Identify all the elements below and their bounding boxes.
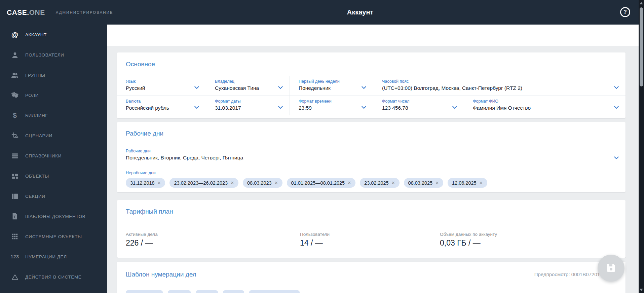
- save-button[interactable]: [598, 255, 624, 282]
- close-icon[interactable]: ✕: [435, 180, 439, 185]
- brand: CASE.ONE АДМИНИСТРИРОВАНИЕ: [7, 0, 113, 25]
- number-format-select[interactable]: Формат чисел 123 456,78: [373, 96, 464, 115]
- chevron-down-icon: [362, 104, 366, 110]
- scroll-up-arrow-icon[interactable]: [640, 2, 643, 4]
- time-format-select[interactable]: Формат времени 23:59: [290, 96, 373, 115]
- chevron-down-icon: [452, 104, 457, 110]
- dollar-icon: $: [10, 111, 20, 120]
- field-label: Формат времени: [299, 99, 358, 104]
- stat-users: Пользователи 14 / —: [300, 232, 330, 248]
- nonworkday-chip: 23.02.2023—26.02.2023✕: [169, 178, 238, 188]
- section-label: АДМИНИСТРИРОВАНИЕ: [56, 10, 113, 14]
- chevron-down-icon: [194, 84, 199, 90]
- app-root: CASE.ONE АДМИНИСТРИРОВАНИЕ Аккаунт ? @ А…: [0, 0, 644, 293]
- scroll-down-arrow-icon[interactable]: [640, 289, 643, 291]
- numbering-segment-chip[interactable]: [126, 290, 163, 293]
- numbering-segment-chip[interactable]: [223, 290, 244, 293]
- chevron-down-icon: [614, 84, 619, 90]
- close-icon[interactable]: ✕: [274, 180, 278, 185]
- sidebar-item-directories[interactable]: СПРАВОЧНИКИ: [0, 146, 107, 166]
- close-icon[interactable]: ✕: [479, 180, 483, 185]
- list-icon: [10, 151, 20, 160]
- timezone-select[interactable]: Часовой пояс (UTC+03:00) Волгоград, Моск…: [373, 76, 626, 96]
- field-label: Первый день недели: [299, 79, 358, 84]
- numbering-segment-chip[interactable]: [249, 290, 300, 293]
- sidebar-item-system-objects[interactable]: СИСТЕМНЫЕ ОБЪЕКТЫ: [0, 226, 107, 247]
- tariff-stats: Активные дела 226 / — Пользователи 14 / …: [117, 223, 626, 258]
- name-format-select[interactable]: Формат ФИО Фамилия Имя Отчество: [464, 96, 626, 115]
- sidebar-item-users[interactable]: ПОЛЬЗОВАТЕЛИ: [0, 45, 107, 65]
- language-select[interactable]: Язык Русский: [117, 76, 206, 96]
- sidebar-item-billing[interactable]: $ БИЛЛИНГ: [0, 105, 107, 125]
- chip-label: 12.06.2025: [452, 180, 477, 186]
- stat-data-volume: Объем данных по аккаунту 0,03 ГБ / —: [440, 232, 497, 248]
- user-icon: [10, 50, 20, 60]
- field-label: Нерабочие дни: [126, 171, 617, 175]
- tariff-card: Тарифный план Активные дела 226 / — Поль…: [117, 200, 626, 258]
- field-value: Понедельник: [299, 85, 358, 91]
- sidebar-item-label: АККАУНТ: [25, 32, 47, 37]
- nonworkday-chip: 01.01.2025—08.01.2025✕: [287, 178, 356, 188]
- sidebar-item-scenarios[interactable]: СЦЕНАРИИ: [0, 125, 107, 146]
- sidebar-item-objects[interactable]: ОБЪЕКТЫ: [0, 166, 107, 186]
- sidebar-item-label: ДЕЙСТВИЯ В СИСТЕМЕ: [25, 274, 81, 280]
- field-value: Сухановская Тина: [215, 85, 275, 91]
- general-row-1: Язык Русский Владелец Сухановская Тина П…: [117, 76, 626, 96]
- field-label: Часовой пояс: [382, 79, 611, 84]
- workdays-select[interactable]: Рабочие дни Понедельник, Вторник, Среда,…: [117, 145, 626, 167]
- sidebar-item-groups[interactable]: ГРУППЫ: [0, 65, 107, 85]
- scrollbar-thumb[interactable]: [640, 7, 643, 86]
- owner-select[interactable]: Владелец Сухановская Тина: [206, 76, 290, 96]
- sidebar: @ АККАУНТ ПОЛЬЗОВАТЕЛИ ГРУППЫ РОЛИ $ БИЛ…: [0, 25, 107, 293]
- page-title: Аккаунт: [347, 0, 374, 25]
- at-email-icon: @: [10, 30, 20, 39]
- masks-icon: [10, 90, 20, 100]
- sidebar-item-roles[interactable]: РОЛИ: [0, 85, 107, 105]
- sidebar-item-system-actions[interactable]: ДЕЙСТВИЯ В СИСТЕМЕ: [0, 267, 107, 287]
- help-button[interactable]: ?: [620, 7, 630, 17]
- currency-select[interactable]: Валюта Российский рубль: [117, 96, 206, 115]
- workdays-card-title: Рабочие дни: [126, 130, 163, 137]
- sidebar-item-doc-templates[interactable]: ШАБЛОНЫ ДОКУМЕНТОВ: [0, 206, 107, 226]
- chevron-down-icon: [194, 104, 199, 110]
- sidebar-item-label: СЕКЦИИ: [25, 194, 45, 199]
- close-icon[interactable]: ✕: [347, 180, 351, 185]
- nonworkday-chip: 12.06.2025✕: [448, 178, 487, 188]
- nonworkdays-chip-list: 31.12.2018✕ 23.02.2023—26.02.2023✕ 08.03…: [126, 178, 617, 188]
- chevron-down-icon: [614, 104, 619, 110]
- tariff-card-title: Тарифный план: [126, 208, 173, 215]
- chevron-down-icon: [362, 84, 366, 90]
- stat-value: 0,03 ГБ / —: [440, 239, 497, 248]
- numbering-segment-chip[interactable]: [168, 290, 191, 293]
- field-label: Владелец: [215, 79, 275, 84]
- date-format-select[interactable]: Формат даты 31.03.2017: [206, 96, 290, 115]
- first-day-select[interactable]: Первый день недели Понедельник: [290, 76, 373, 96]
- general-card: Основное Язык Русский Владелец Сухановск…: [117, 52, 626, 118]
- sidebar-item-case-numbering[interactable]: 123 НУМЕРАЦИИ ДЕЛ: [0, 247, 107, 267]
- scrollbar[interactable]: [639, 0, 644, 293]
- scenario-crop-icon: [10, 131, 20, 140]
- brand-primary: CASE.: [7, 8, 29, 16]
- topbar: CASE.ONE АДМИНИСТРИРОВАНИЕ Аккаунт ?: [0, 0, 644, 25]
- numbering-segment-chip[interactable]: [196, 290, 218, 293]
- numbering-segment-list: [117, 287, 626, 293]
- field-label: Рабочие дни: [126, 149, 605, 153]
- general-card-title: Основное: [126, 61, 155, 68]
- users-group-icon: [10, 70, 20, 80]
- stat-label: Объем данных по аккаунту: [440, 232, 497, 237]
- sidebar-item-sections[interactable]: СЕКЦИИ: [0, 186, 107, 206]
- stat-value: 226 / —: [126, 239, 158, 248]
- question-icon: ?: [623, 9, 627, 15]
- stat-label: Активные дела: [126, 232, 158, 237]
- sidebar-item-label: БИЛЛИНГ: [25, 113, 48, 118]
- nonworkday-chip: 31.12.2018✕: [126, 178, 165, 188]
- close-icon[interactable]: ✕: [391, 180, 395, 185]
- sidebar-item-account[interactable]: @ АККАУНТ: [0, 25, 107, 45]
- close-icon[interactable]: ✕: [157, 180, 161, 185]
- sidebar-item-label: ГРУППЫ: [25, 73, 45, 78]
- save-floppy-icon: [606, 262, 616, 274]
- numbers-123-icon: 123: [10, 252, 20, 261]
- sidebar-item-label: РОЛИ: [25, 93, 39, 98]
- chevron-down-icon: [278, 104, 283, 110]
- close-icon[interactable]: ✕: [230, 180, 234, 185]
